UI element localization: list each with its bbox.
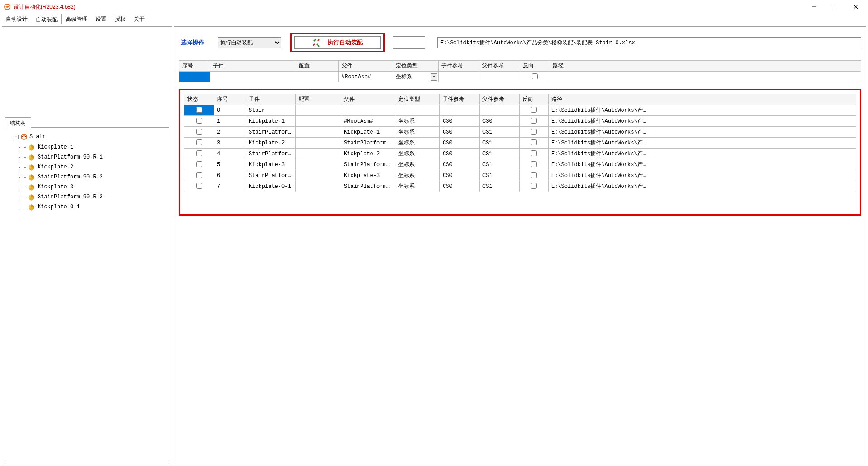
config-path-display[interactable]: E:\Solidkits插件\AutoWorks\产品分类\楼梯装配\装配表_S… xyxy=(437,37,861,48)
state-checkbox[interactable] xyxy=(196,150,202,156)
parent-cell[interactable] xyxy=(341,105,395,116)
loc-cell[interactable]: 坐标系 xyxy=(395,149,440,159)
dropdown-arrow-icon[interactable]: ▾ xyxy=(431,73,437,81)
state-cell[interactable] xyxy=(184,138,214,149)
table-row[interactable]: 7 Kickplate-0-1 StairPlatform-90… 坐标系 CS… xyxy=(184,181,856,192)
tree-root-node[interactable]: − Stair xyxy=(9,133,165,140)
path-cell[interactable]: E:\Solidkits插件\AutoWorks\产… xyxy=(549,170,856,181)
table-row[interactable]: #RootAsm# 坐标系 ▾ xyxy=(179,72,861,82)
child-ref-cell[interactable]: CS0 xyxy=(440,181,480,192)
parent-cell[interactable]: Kickplate-2 xyxy=(341,149,395,159)
tree-child-node[interactable]: Kickplate-2 xyxy=(19,162,165,172)
column-header[interactable]: 定位类型 xyxy=(393,61,439,72)
state-cell[interactable] xyxy=(184,127,214,138)
state-checkbox[interactable] xyxy=(196,183,202,189)
reverse-cell[interactable] xyxy=(520,138,549,149)
state-checkbox[interactable] xyxy=(196,161,202,167)
path-cell[interactable]: E:\Solidkits插件\AutoWorks\产… xyxy=(549,116,856,127)
reverse-checkbox[interactable] xyxy=(531,129,537,135)
table-row[interactable]: 5 Kickplate-3 StairPlatform-90… 坐标系 CS0 … xyxy=(184,159,856,170)
parent-ref-cell[interactable]: CS0 xyxy=(480,116,520,127)
path-cell[interactable]: E:\Solidkits插件\AutoWorks\产… xyxy=(549,159,856,170)
child-cell[interactable]: StairPlatform-90… xyxy=(246,170,296,181)
path-cell[interactable] xyxy=(550,72,861,82)
selected-cell[interactable] xyxy=(179,72,210,82)
maximize-button[interactable] xyxy=(825,0,845,14)
close-button[interactable] xyxy=(845,0,866,14)
seq-cell[interactable]: 7 xyxy=(214,181,246,192)
config-cell[interactable] xyxy=(296,105,341,116)
path-cell[interactable]: E:\Solidkits插件\AutoWorks\产… xyxy=(549,138,856,149)
tree-child-node[interactable]: Kickplate-0-1 xyxy=(19,202,165,212)
column-header[interactable]: 子件 xyxy=(246,94,296,105)
execute-auto-assembly-button[interactable]: 执行自动装配 xyxy=(294,36,381,49)
reverse-checkbox[interactable] xyxy=(532,73,538,79)
child-ref-cell[interactable]: CS0 xyxy=(440,138,480,149)
tree-child-node[interactable]: Kickplate-1 xyxy=(19,142,165,152)
parent-cell[interactable]: #RootAsm# xyxy=(339,72,393,82)
config-cell[interactable] xyxy=(296,149,341,159)
reverse-checkbox[interactable] xyxy=(531,118,537,124)
parent-cell[interactable]: #RootAsm# xyxy=(341,116,395,127)
reverse-checkbox[interactable] xyxy=(531,172,537,178)
state-checkbox[interactable] xyxy=(196,129,202,135)
assembly-config-table[interactable]: 序号子件配置父件定位类型子件参考父件参考反向路径 #RootAsm# 坐标系 ▾ xyxy=(179,60,861,82)
reverse-cell[interactable] xyxy=(520,159,549,170)
state-cell[interactable] xyxy=(184,116,214,127)
reverse-checkbox[interactable] xyxy=(531,139,537,145)
blank-input-box[interactable] xyxy=(393,36,425,49)
column-header[interactable]: 反向 xyxy=(520,94,549,105)
state-cell[interactable] xyxy=(184,159,214,170)
parent-ref-cell[interactable]: CS1 xyxy=(480,159,520,170)
operation-select[interactable]: 执行自动装配 xyxy=(218,37,281,48)
child-ref-cell[interactable]: CS0 xyxy=(440,116,480,127)
menu-item[interactable]: 设置 xyxy=(92,14,111,24)
parent-ref-cell[interactable]: CS1 xyxy=(480,181,520,192)
state-cell[interactable] xyxy=(184,181,214,192)
state-checkbox[interactable] xyxy=(196,172,202,178)
column-header[interactable]: 父件参考 xyxy=(480,94,520,105)
child-cell[interactable]: Kickplate-3 xyxy=(246,159,296,170)
state-checkbox[interactable] xyxy=(196,118,202,124)
parent-cell[interactable]: StairPlatform-90… xyxy=(341,181,395,192)
seq-cell[interactable]: 0 xyxy=(214,105,246,116)
tree-child-node[interactable]: StairPlatform-90-R-3 xyxy=(19,192,165,202)
column-header[interactable]: 配置 xyxy=(296,94,341,105)
config-cell[interactable] xyxy=(296,170,341,181)
menu-item[interactable]: 授权 xyxy=(111,14,130,24)
table-row[interactable]: 3 Kickplate-2 StairPlatform-90… 坐标系 CS0 … xyxy=(184,138,856,149)
reverse-checkbox[interactable] xyxy=(531,161,537,167)
child-ref-cell[interactable] xyxy=(439,72,479,82)
tree-tab[interactable]: 结构树 xyxy=(5,117,31,130)
table-row[interactable]: 4 StairPlatform-90… Kickplate-2 坐标系 CS0 … xyxy=(184,149,856,159)
loc-cell[interactable]: 坐标系 xyxy=(395,138,440,149)
child-cell[interactable]: Kickplate-0-1 xyxy=(246,181,296,192)
reverse-cell[interactable] xyxy=(520,105,549,116)
child-ref-cell[interactable]: CS0 xyxy=(440,149,480,159)
menu-item[interactable]: 关于 xyxy=(130,14,149,24)
column-header[interactable]: 反向 xyxy=(520,61,550,72)
table-row[interactable]: 6 StairPlatform-90… Kickplate-3 坐标系 CS0 … xyxy=(184,170,856,181)
column-header[interactable]: 路径 xyxy=(550,61,861,72)
parent-ref-cell[interactable] xyxy=(480,105,520,116)
tree-collapse-icon[interactable]: − xyxy=(14,135,19,139)
parent-ref-cell[interactable]: CS1 xyxy=(480,138,520,149)
parent-cell[interactable]: StairPlatform-90… xyxy=(341,159,395,170)
state-checkbox[interactable] xyxy=(196,107,202,113)
config-cell[interactable] xyxy=(296,138,341,149)
menu-item[interactable]: 自动设计 xyxy=(2,14,32,24)
column-header[interactable]: 定位类型 xyxy=(395,94,440,105)
column-header[interactable]: 子件 xyxy=(210,61,296,72)
column-header[interactable]: 父件 xyxy=(339,61,393,72)
column-header[interactable]: 序号 xyxy=(179,61,210,72)
reverse-checkbox[interactable] xyxy=(531,107,537,113)
seq-cell[interactable]: 2 xyxy=(214,127,246,138)
column-header[interactable]: 父件 xyxy=(341,94,395,105)
config-cell[interactable] xyxy=(296,181,341,192)
reverse-cell[interactable] xyxy=(520,72,550,82)
child-cell[interactable]: Stair xyxy=(246,105,296,116)
tree-child-node[interactable]: Kickplate-3 xyxy=(19,182,165,192)
reverse-cell[interactable] xyxy=(520,127,549,138)
parent-ref-cell[interactable]: CS1 xyxy=(480,149,520,159)
child-cell[interactable]: StairPlatform-90… xyxy=(246,149,296,159)
